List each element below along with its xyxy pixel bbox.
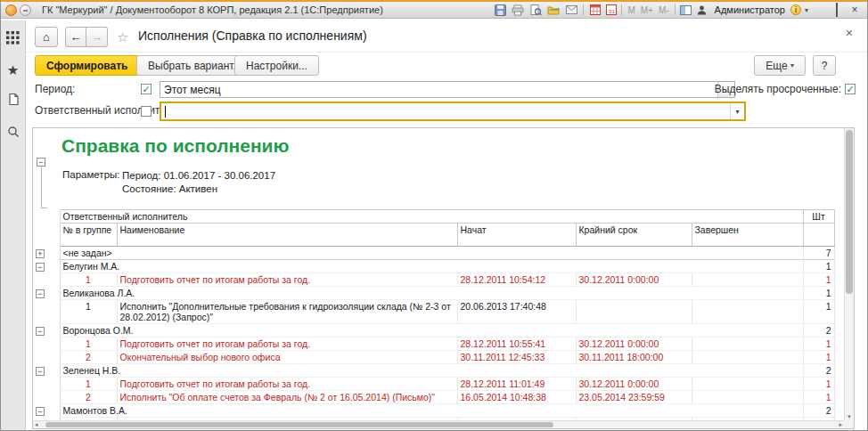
scrollbar-corner (844, 420, 854, 428)
info-icon[interactable]: i (790, 4, 801, 15)
header-row-1: Ответственный исполнитель Шт (33, 210, 834, 224)
report-task-row[interactable]: 1Исполнить "Дополнительные требования к … (33, 300, 834, 324)
cell-group-name: Мамонтов В.А. (60, 404, 803, 418)
period-label: Период: (35, 83, 75, 95)
highlight-overdue-checkbox[interactable]: ✓ (845, 84, 856, 94)
mail-icon[interactable] (564, 4, 578, 17)
back-button[interactable]: ← (65, 27, 86, 47)
report-group-row[interactable]: −Мамонтов В.А.2 (33, 404, 834, 418)
cell-num: 2 (60, 351, 117, 364)
open-file-icon[interactable] (546, 4, 561, 17)
cell-group-name: <не задан> (60, 247, 803, 260)
restore-button[interactable] (830, 4, 844, 16)
dropdown-arrow-icon[interactable]: ▾ (730, 103, 744, 119)
preview-icon[interactable] (528, 4, 543, 17)
print-icon[interactable] (511, 4, 525, 17)
group-gutter-cell (33, 351, 60, 364)
cell-qty: 7 (803, 247, 834, 260)
memory-add-button[interactable]: M+ (640, 5, 654, 15)
favorite-star-icon[interactable]: ☆ (117, 29, 128, 45)
cell-group-name: Великанова Л.А. (60, 287, 803, 300)
scroll-left-icon[interactable]: ◂ (35, 421, 38, 428)
cell-num: 1 (60, 300, 117, 324)
calendar-icon[interactable] (588, 4, 602, 17)
cell-finished (692, 300, 803, 324)
settings-button[interactable]: Настройки... (234, 55, 319, 76)
executor-combobox[interactable]: ▾ (160, 102, 746, 121)
service-menu-icon[interactable] (20, 4, 31, 16)
cell-qty: 1 (803, 378, 834, 391)
report-group-row[interactable]: +<не задан>7 (33, 247, 834, 260)
vertical-scrollbar[interactable]: ▾ (844, 128, 854, 420)
home-button[interactable]: ⌂ (35, 27, 58, 47)
collapse-icon[interactable]: − (36, 367, 45, 376)
report-task-row[interactable]: 1Подготовить отчет по итогам работы за г… (33, 273, 834, 287)
panels-icon[interactable] (680, 5, 692, 15)
page-title: Исполнения (Справка по исполнениям) (138, 28, 367, 43)
help-button[interactable]: ? (813, 55, 836, 76)
period-input[interactable]: Этот месяц ... (160, 81, 735, 98)
report-task-row[interactable]: 2Исполнить "Об оплате счетов за Февраль … (33, 391, 834, 404)
chevron-down-icon[interactable]: ▾ (805, 6, 808, 14)
main-menu-icon[interactable] (5, 4, 17, 16)
expand-icon[interactable]: + (36, 249, 45, 258)
horizontal-scrollbar-thumb[interactable] (45, 422, 553, 427)
period-checkbox[interactable]: ✓ (141, 84, 151, 94)
cell-num: 1 (60, 273, 117, 287)
menu-grid-icon[interactable] (6, 31, 20, 48)
column-header-deadline[interactable]: Крайний срок (576, 224, 692, 247)
report-task-row[interactable]: 1Подготовить отчет по итогам работы за г… (33, 378, 834, 391)
form-close-icon[interactable]: × (846, 26, 853, 40)
vertical-scrollbar-thumb[interactable] (846, 130, 853, 294)
cell-started: 20.06.2013 17:40:48 (457, 300, 576, 324)
horizontal-scrollbar[interactable]: ◂ ▸ (33, 420, 844, 428)
cell-started: 16.05.2014 10:48:38 (457, 391, 576, 404)
report-group-row[interactable]: −Воронцова О.М.2 (33, 324, 834, 337)
save-icon[interactable] (493, 4, 507, 17)
cell-name: Исполнить "Об оплате счетов за Февраль (… (117, 391, 457, 404)
favorites-star-icon[interactable]: ★ (7, 64, 19, 77)
column-header-name[interactable]: Наименование (117, 224, 457, 247)
cell-name: Подготовить отчет по итогам работы за го… (117, 273, 457, 287)
more-button[interactable]: Еще ▾ (754, 55, 806, 76)
app-window: ГК "Меркурий" / Документооборот 8 КОРП, … (0, 0, 868, 431)
column-header-num[interactable]: № в группе (60, 224, 117, 247)
cell-name: Исполнить "Дополнительные требования к г… (117, 300, 457, 324)
close-button[interactable]: × (848, 4, 862, 16)
column-header-group[interactable]: Ответственный исполнитель (60, 210, 803, 224)
report-group-row[interactable]: −Зеленец Н.В.2 (33, 364, 834, 378)
collapse-icon[interactable]: − (36, 263, 45, 272)
collapse-icon[interactable]: − (37, 158, 45, 167)
report-group-row[interactable]: −Белугин М.А.1 (33, 260, 834, 273)
report-task-row[interactable]: 1Подготовить отчет по итогам работы за г… (33, 337, 834, 351)
forward-button[interactable]: → (86, 27, 108, 47)
group-gutter-cell: − (33, 364, 60, 378)
scroll-right-icon[interactable]: ▸ (839, 421, 842, 428)
form-area: ⌂ ← → ☆ Исполнения (Справка по исполнени… (26, 20, 867, 430)
current-user-label[interactable]: Администратор (715, 4, 785, 15)
scroll-down-icon[interactable]: ▾ (845, 412, 854, 420)
column-header-qty[interactable]: Шт (803, 210, 834, 224)
report-task-row[interactable]: 2Окончательный выбор нового офиса30.11.2… (33, 351, 834, 364)
memory-subtract-button[interactable]: M- (658, 5, 670, 15)
generate-button[interactable]: Сформировать (35, 55, 139, 76)
executor-checkbox[interactable] (141, 106, 151, 117)
column-header-started[interactable]: Начат (457, 224, 576, 247)
navigation-row: ⌂ ← → ☆ Исполнения (Справка по исполнени… (26, 20, 867, 53)
system-menu (5, 4, 31, 16)
calendar-31-icon[interactable]: 31 (606, 4, 617, 15)
text-cursor (165, 106, 166, 118)
cell-num: 1 (60, 378, 117, 391)
cell-deadline: 30.12.2011 0:00:00 (576, 378, 692, 391)
collapse-icon[interactable]: − (36, 289, 45, 298)
search-icon[interactable] (7, 126, 20, 142)
cell-qty: 2 (803, 364, 834, 378)
report-group-row[interactable]: −Великанова Л.А.1 (33, 287, 834, 300)
collapse-icon[interactable]: − (36, 407, 45, 416)
column-header-finished[interactable]: Завершен (692, 224, 803, 247)
collapse-icon[interactable]: − (36, 327, 45, 336)
memory-recall-button[interactable]: M (626, 5, 635, 15)
group-gutter-cell: − (33, 404, 60, 418)
history-doc-icon[interactable] (7, 93, 20, 110)
cell-group-name: Воронцова О.М. (60, 324, 803, 337)
